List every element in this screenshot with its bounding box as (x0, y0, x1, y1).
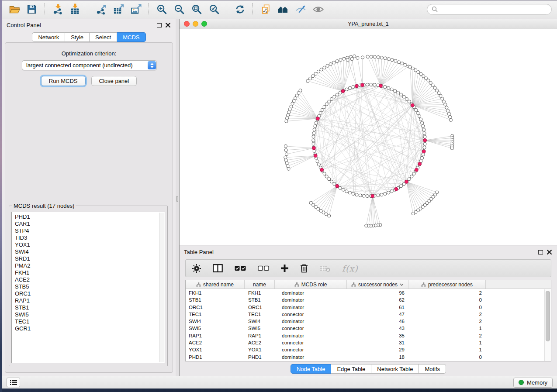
table-row[interactable]: TEC1TEC1connector472 (186, 311, 544, 318)
list-scrollbar[interactable] (159, 213, 164, 362)
export-image-icon (130, 3, 142, 15)
list-item[interactable]: STB1 (15, 304, 165, 311)
list-item[interactable]: FKH1 (15, 269, 165, 276)
list-item[interactable]: YOX1 (15, 241, 165, 248)
tab-style[interactable]: Style (65, 32, 90, 42)
show-columns-button[interactable] (213, 264, 223, 272)
table-scrollbar[interactable] (544, 289, 551, 361)
tab-edge-table[interactable]: Edge Table (331, 364, 371, 374)
table-row[interactable]: ORC1ORC1dominator610 (186, 304, 544, 311)
tab-select[interactable]: Select (90, 32, 117, 42)
save-session-button[interactable] (25, 2, 39, 16)
list-item[interactable]: ORC1 (15, 290, 165, 297)
table-row[interactable]: ACE2ACE2connector311 (186, 339, 544, 346)
task-history-button[interactable] (7, 378, 20, 387)
table-row[interactable]: RAP1RAP1dominator352 (186, 332, 544, 339)
splitter-grip-icon[interactable] (176, 196, 178, 202)
memory-status-icon (519, 380, 524, 385)
column-header-successor-nodes[interactable]: successor nodes (347, 280, 408, 289)
network-graph (180, 30, 557, 245)
zoom-fit-button[interactable] (190, 2, 204, 16)
table-row[interactable]: SWI5SWI5connector431 (186, 325, 544, 332)
search-input[interactable] (440, 6, 547, 13)
table-cell: ORC1 (245, 304, 275, 311)
select-all-button[interactable] (235, 265, 246, 271)
table-cell: ACE2 (186, 339, 245, 346)
status-bar: Memory (2, 376, 557, 389)
memory-button[interactable]: Memory (513, 378, 553, 388)
table-row[interactable]: PHD1PHD1dominator180 (186, 354, 544, 361)
hide-graphics-details-button[interactable] (294, 2, 308, 16)
table-row[interactable]: FKH1FKH1dominator962 (186, 289, 544, 296)
list-item[interactable]: CAR1 (15, 220, 165, 227)
tab-mcds[interactable]: MCDS (117, 32, 145, 42)
tab-motifs[interactable]: Motifs (419, 364, 446, 374)
zoom-in-button[interactable] (155, 2, 169, 16)
mcds-result-title: MCDS result (17 nodes) (12, 203, 76, 209)
column-type-icon (351, 282, 356, 287)
table-cell: dominator (275, 304, 347, 311)
copy-network-button[interactable] (259, 2, 273, 16)
table-row[interactable]: SWI4SWI4dominator462 (186, 318, 544, 325)
import-network-button[interactable] (51, 2, 65, 16)
table-row[interactable]: STB1STB1dominator620 (186, 296, 544, 303)
list-item[interactable]: SRD1 (15, 255, 165, 262)
float-panel-icon[interactable] (157, 23, 162, 28)
table-cell: 2 (408, 311, 486, 318)
window-minimize-icon[interactable] (193, 21, 198, 27)
close-panel-icon[interactable] (166, 23, 170, 28)
list-item[interactable]: TEC1 (15, 318, 165, 325)
export-table-button[interactable] (111, 2, 125, 16)
panel-splitter[interactable] (176, 19, 179, 376)
add-button[interactable] (281, 265, 288, 272)
zoom-selected-button[interactable] (207, 2, 221, 16)
close-panel-icon[interactable] (547, 250, 552, 254)
function-builder-icon[interactable]: f(x) (342, 264, 358, 273)
show-graphics-details-button[interactable] (311, 2, 325, 16)
list-item[interactable]: PHD1 (15, 213, 165, 220)
export-network-button[interactable] (94, 2, 108, 16)
window-zoom-icon[interactable] (201, 21, 207, 27)
list-item[interactable]: ACE2 (15, 276, 165, 283)
list-item[interactable]: STB5 (15, 283, 165, 290)
table-settings-button[interactable] (192, 264, 201, 273)
zoom-out-button[interactable] (172, 2, 186, 16)
first-neighbors-button[interactable] (276, 2, 290, 16)
refresh-button[interactable] (233, 2, 247, 16)
table-cell: 2 (408, 332, 486, 339)
window-close-icon[interactable] (184, 21, 190, 27)
table-toolbar: f(x) (185, 259, 551, 277)
criterion-select[interactable]: largest connected component (undirected) (22, 60, 157, 70)
table-cell: dominator (275, 318, 347, 325)
column-header-name[interactable]: name (245, 280, 275, 289)
tab-node-table[interactable]: Node Table (291, 364, 332, 374)
import-table-button[interactable] (68, 2, 82, 16)
deselect-all-button[interactable] (258, 265, 269, 271)
close-panel-button[interactable]: Close panel (91, 76, 137, 86)
tab-network-table[interactable]: Network Table (371, 364, 419, 374)
table-cell: connector (275, 339, 347, 346)
run-mcds-button[interactable]: Run MCDS (41, 76, 86, 86)
list-item[interactable]: SWI5 (15, 311, 165, 318)
list-item[interactable]: TID3 (15, 234, 165, 241)
column-header-MCDS-role[interactable]: MCDS role (275, 280, 347, 289)
list-item[interactable]: GCR1 (15, 325, 165, 332)
export-image-button[interactable] (129, 2, 143, 16)
list-item[interactable]: SWI4 (15, 248, 165, 255)
mcds-result-list[interactable]: PHD1CAR1STP4TID3YOX1SWI4SRD1PMA2FKH1ACE2… (11, 212, 165, 363)
list-item[interactable]: RAP1 (15, 297, 165, 304)
delete-table-button[interactable] (320, 265, 330, 272)
tab-network[interactable]: Network (32, 32, 65, 42)
scrollbar-thumb[interactable] (546, 291, 550, 341)
float-panel-icon[interactable] (538, 250, 543, 254)
column-header-shared-name[interactable]: shared name (186, 280, 245, 289)
list-item[interactable]: PMA2 (15, 262, 165, 269)
column-header-predecessor-nodes[interactable]: predecessor nodes (408, 280, 486, 289)
network-canvas[interactable] (180, 30, 557, 245)
delete-button[interactable] (300, 264, 308, 273)
table-row[interactable]: YOX1YOX1connector291 (186, 346, 544, 353)
open-file-button[interactable] (7, 2, 21, 16)
table-cell: PHD1 (186, 354, 245, 361)
table-cell: SWI5 (186, 325, 245, 332)
list-item[interactable]: STP4 (15, 227, 165, 234)
